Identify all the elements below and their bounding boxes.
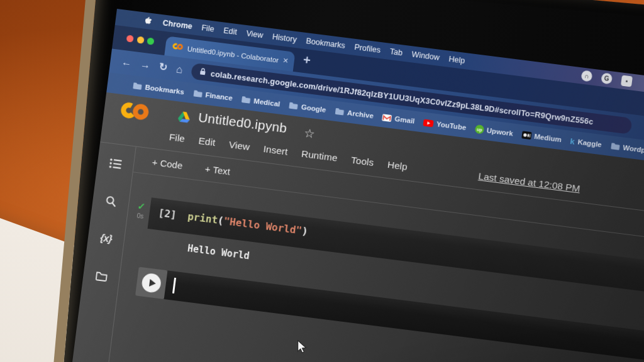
folder-icon bbox=[335, 107, 345, 116]
menubar-item-help[interactable]: Help bbox=[448, 55, 465, 65]
reload-icon[interactable]: ↻ bbox=[158, 62, 168, 73]
minimize-window-button[interactable] bbox=[136, 36, 144, 43]
folder-icon bbox=[288, 102, 298, 111]
empty-code-editor[interactable] bbox=[164, 270, 644, 362]
colab-menu-view[interactable]: View bbox=[228, 139, 250, 153]
folder-icon bbox=[132, 82, 142, 90]
menubar-item-chrome[interactable]: Chrome bbox=[162, 18, 193, 31]
photo-scene: Chrome File Edit View History Bookmarks … bbox=[0, 0, 644, 362]
table-of-contents-icon[interactable] bbox=[109, 157, 123, 170]
menubar-item-view[interactable]: View bbox=[246, 29, 264, 40]
close-window-button[interactable] bbox=[126, 35, 134, 42]
colab-logo[interactable] bbox=[119, 101, 151, 124]
home-icon[interactable]: ⌂ bbox=[175, 63, 183, 75]
colab-menu-file[interactable]: File bbox=[169, 131, 186, 145]
colab-menu-insert[interactable]: Insert bbox=[263, 143, 289, 158]
apple-icon[interactable] bbox=[144, 16, 153, 26]
youtube-icon bbox=[423, 119, 434, 127]
search-icon[interactable] bbox=[104, 195, 117, 207]
bookmark-gmail[interactable]: Gmail bbox=[382, 113, 415, 124]
new-tab-button[interactable]: + bbox=[303, 53, 311, 68]
back-icon[interactable]: ← bbox=[121, 57, 132, 69]
code-token-function: print bbox=[187, 211, 218, 226]
window-controls bbox=[126, 35, 155, 45]
code-token-string: "Hello World" bbox=[223, 215, 303, 237]
star-icon[interactable]: ☆ bbox=[303, 126, 316, 141]
upwork-icon: up bbox=[474, 124, 484, 134]
medium-icon bbox=[521, 131, 531, 140]
bookmark-medium[interactable]: Medium bbox=[521, 131, 562, 143]
gmail-icon bbox=[382, 114, 392, 122]
bookmark-bookmarks[interactable]: Bookmarks bbox=[132, 82, 184, 96]
add-text-button[interactable]: + Text bbox=[204, 163, 231, 177]
status-icon-1[interactable]: ∩ bbox=[580, 70, 592, 82]
menubar-item-history[interactable]: History bbox=[272, 32, 297, 44]
colab-menu-tools[interactable]: Tools bbox=[350, 155, 374, 168]
variables-icon[interactable]: {x} bbox=[99, 233, 112, 245]
forward-icon[interactable]: → bbox=[140, 59, 151, 70]
tab-close-icon[interactable]: ✕ bbox=[282, 57, 289, 65]
folder-icon bbox=[610, 142, 620, 151]
colab-menu-runtime[interactable]: Runtime bbox=[301, 148, 338, 164]
lock-icon bbox=[199, 67, 206, 77]
folder-icon bbox=[192, 89, 203, 98]
colab-menu-edit[interactable]: Edit bbox=[198, 135, 216, 148]
bookmark-google[interactable]: Google bbox=[288, 102, 326, 114]
colab-favicon bbox=[172, 43, 183, 52]
bookmark-kaggle[interactable]: kKaggle bbox=[570, 136, 602, 150]
run-cell-button[interactable] bbox=[135, 267, 167, 299]
execution-time: 0s bbox=[136, 212, 144, 220]
status-icon-2[interactable]: G bbox=[601, 72, 613, 84]
menubar-item-file[interactable]: File bbox=[201, 23, 215, 33]
bookmark-wordpress[interactable]: Wordpress bbox=[610, 142, 644, 156]
kaggle-icon: k bbox=[570, 136, 575, 146]
bookmark-youtube[interactable]: YouTube bbox=[423, 119, 467, 131]
status-icon-3[interactable]: ▪ bbox=[621, 75, 633, 87]
check-icon: ✓ bbox=[137, 201, 146, 211]
drive-icon bbox=[177, 111, 191, 126]
bookmark-archive[interactable]: Archive bbox=[335, 107, 374, 120]
maximize-window-button[interactable] bbox=[147, 37, 154, 45]
menubar-item-profiles[interactable]: Profiles bbox=[354, 43, 381, 55]
bookmark-finance[interactable]: Finance bbox=[192, 89, 233, 102]
files-icon[interactable] bbox=[94, 270, 108, 282]
execution-count: [2] bbox=[158, 207, 177, 221]
menubar-item-bookmarks[interactable]: Bookmarks bbox=[306, 36, 346, 50]
notebook-title[interactable]: Untitled0.ipynb bbox=[197, 110, 288, 136]
text-cursor bbox=[172, 278, 176, 293]
code-token-paren: ) bbox=[301, 225, 309, 238]
menubar-item-tab[interactable]: Tab bbox=[389, 47, 403, 57]
bookmark-upwork[interactable]: upUpwork bbox=[474, 124, 513, 138]
menubar-item-window[interactable]: Window bbox=[411, 50, 440, 62]
colab-menu-help[interactable]: Help bbox=[387, 159, 408, 173]
bookmark-medical[interactable]: Medical bbox=[241, 96, 280, 108]
add-code-button[interactable]: + Code bbox=[152, 156, 184, 171]
mouse-cursor bbox=[297, 340, 308, 354]
play-icon bbox=[141, 273, 162, 294]
last-saved-link[interactable]: Last saved at 12:08 PM bbox=[478, 170, 581, 194]
menubar-item-edit[interactable]: Edit bbox=[223, 26, 238, 37]
folder-icon bbox=[241, 96, 251, 104]
